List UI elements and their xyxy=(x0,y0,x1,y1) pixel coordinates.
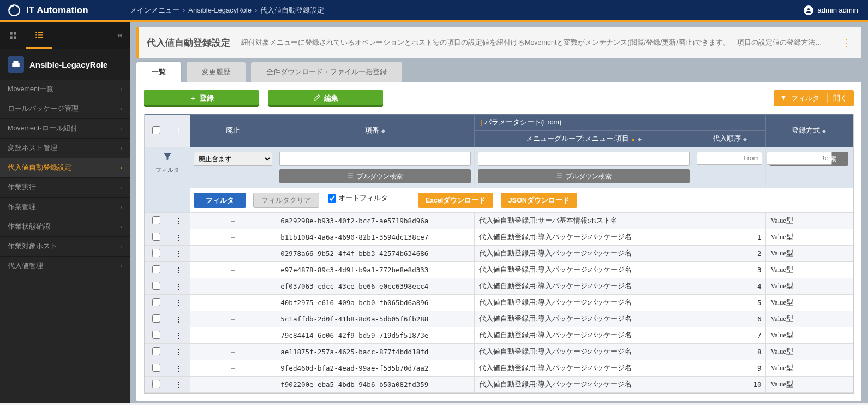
funnel-icon xyxy=(148,152,187,164)
user-menu[interactable]: admin admin xyxy=(804,5,868,15)
movement-cell: パッケージ管理 xyxy=(852,311,854,327)
seq-cell: b11b1084-4a6a-4690-82b1-3594dc138ce7 xyxy=(276,229,475,246)
row-kebab-icon[interactable]: ⋮ xyxy=(167,262,190,278)
row-kebab-icon[interactable]: ⋮ xyxy=(167,360,190,377)
header-kebab-icon[interactable]: ⋮ xyxy=(175,127,182,135)
tab[interactable]: 一覧 xyxy=(136,62,181,82)
regtype-cell: Value型 xyxy=(766,360,852,377)
chevron-right-icon: › xyxy=(121,184,122,190)
row-kebab-icon[interactable]: ⋮ xyxy=(167,213,190,229)
side-view-grid[interactable] xyxy=(0,22,26,49)
col-regtype[interactable]: 登録方式◆ xyxy=(766,115,852,147)
row-checkbox[interactable] xyxy=(152,347,160,355)
svg-rect-4 xyxy=(10,36,13,39)
regtype-cell: Value型 xyxy=(766,295,852,311)
side-view-list[interactable] xyxy=(26,22,52,49)
col-sub-order[interactable]: 代入順序◆ xyxy=(693,131,766,147)
menu-cell: 代入値自動登録用:導入パッケージ:パッケージ名 xyxy=(475,246,693,262)
filter-clear-button[interactable]: フィルタクリア xyxy=(253,193,319,208)
row-checkbox[interactable] xyxy=(152,298,160,306)
movement-cell: パッケージ管理 xyxy=(852,262,854,278)
seq-cell: 9fed460d-bfa2-4ead-99ae-f535b70d7aa2 xyxy=(276,360,475,377)
discard-cell: ― xyxy=(190,344,276,360)
discard-cell: ― xyxy=(190,360,276,377)
col-discard[interactable]: 廃止 xyxy=(190,115,276,147)
row-checkbox[interactable] xyxy=(152,331,160,339)
menu-pulldown-button[interactable]: ☰プルダウン検索 xyxy=(478,169,690,183)
auto-filter-checkbox[interactable] xyxy=(328,194,336,202)
discard-filter-select[interactable]: 廃止含まず xyxy=(194,152,273,166)
sidebar-item[interactable]: Movement-ロール紐付› xyxy=(0,119,130,139)
register-button[interactable]: ＋ 登録 xyxy=(144,90,259,107)
row-checkbox[interactable] xyxy=(152,265,160,273)
discard-cell: ― xyxy=(190,278,276,295)
row-kebab-icon[interactable]: ⋮ xyxy=(167,344,190,360)
chevron-right-icon: › xyxy=(121,243,122,249)
row-kebab-icon[interactable]: ⋮ xyxy=(167,229,190,246)
table-row: ⋮―40bf2975-c616-409a-bcb0-fb065bd6a896代入… xyxy=(145,295,854,311)
row-checkbox[interactable] xyxy=(152,364,160,372)
sidebar-item[interactable]: 作業状態確認› xyxy=(0,217,130,237)
row-kebab-icon[interactable]: ⋮ xyxy=(167,278,190,295)
svg-rect-10 xyxy=(35,37,37,38)
chevron-right-icon: › xyxy=(121,126,122,132)
svg-rect-7 xyxy=(38,32,43,33)
discard-cell: ― xyxy=(190,213,276,229)
order-cell: 5 xyxy=(693,295,766,311)
row-checkbox[interactable] xyxy=(152,282,160,290)
breadcrumb-item[interactable]: Ansible-LegacyRole xyxy=(188,6,252,14)
filter-toggle-button[interactable]: フィルタ 開く xyxy=(774,90,854,106)
row-kebab-icon[interactable]: ⋮ xyxy=(167,246,190,262)
tab[interactable]: 全件ダウンロード・ファイル一括登録 xyxy=(251,62,402,82)
menu-cell: 代入値自動登録用:導入パッケージ:パッケージ名 xyxy=(475,377,693,393)
chevron-right-icon: › xyxy=(121,224,122,230)
auto-filter-toggle[interactable]: オートフィルタ xyxy=(328,194,388,203)
row-checkbox[interactable] xyxy=(152,233,160,241)
row-kebab-icon[interactable]: ⋮ xyxy=(167,295,190,311)
order-from-input[interactable] xyxy=(697,152,763,165)
order-cell: 9 xyxy=(693,360,766,377)
table-row: ⋮―f902200e-eba5-4bdb-94b6-b50a082fd359代入… xyxy=(145,377,854,393)
page-kebab-icon[interactable]: ⋮ xyxy=(840,37,854,49)
seq-pulldown-button[interactable]: ☰プルダウン検索 xyxy=(279,169,471,183)
breadcrumb-item[interactable]: メインメニュー xyxy=(130,5,179,15)
order-cell: 10 xyxy=(693,377,766,393)
edit-button[interactable]: 編集 xyxy=(268,90,383,107)
row-checkbox[interactable] xyxy=(152,314,160,323)
row-kebab-icon[interactable]: ⋮ xyxy=(167,327,190,344)
discard-cell: ― xyxy=(190,377,276,393)
movement-cell: パッケージ管理 xyxy=(852,278,854,295)
movement-cell: パッケージ管理 xyxy=(852,229,854,246)
chevron-right-icon: › xyxy=(121,165,122,171)
row-checkbox[interactable] xyxy=(152,216,160,224)
menu-cell: 代入値自動登録用:導入パッケージ:パッケージ名 xyxy=(475,327,693,344)
select-all-checkbox[interactable] xyxy=(152,126,160,134)
json-download-button[interactable]: JSONダウンロード xyxy=(501,193,577,208)
sidebar-item[interactable]: 代入値管理› xyxy=(0,257,130,276)
col-movement[interactable]: Movement名◆ xyxy=(852,115,854,147)
sidebar-item[interactable]: 作業対象ホスト› xyxy=(0,237,130,257)
row-checkbox[interactable] xyxy=(152,249,160,257)
seq-filter-input[interactable] xyxy=(279,152,471,166)
sidebar-item[interactable]: Movement一覧› xyxy=(0,80,130,99)
filter-button[interactable]: フィルタ xyxy=(194,193,246,208)
movement-cell: パッケージ管理 xyxy=(852,377,854,393)
sidebar-item[interactable]: 作業管理› xyxy=(0,198,130,217)
tab[interactable]: 変更履歴 xyxy=(187,62,246,82)
excel-download-button[interactable]: Excelダウンロード xyxy=(418,193,494,208)
discard-cell: ― xyxy=(190,229,276,246)
sidebar-collapse[interactable] xyxy=(108,32,130,39)
sidebar-item[interactable]: 代入値自動登録設定› xyxy=(0,158,130,178)
sidebar-item[interactable]: ロールパッケージ管理› xyxy=(0,99,130,119)
regtype-cell: Value型 xyxy=(766,278,852,295)
table-row: ⋮―e97e4878-89c3-4d9f-b9a1-772be8e8d333代入… xyxy=(145,262,854,278)
sidebar-item[interactable]: 変数ネスト管理› xyxy=(0,139,130,158)
sidebar-item[interactable]: 作業実行› xyxy=(0,178,130,198)
row-kebab-icon[interactable]: ⋮ xyxy=(167,377,190,393)
col-seq[interactable]: 項番◆ xyxy=(276,115,475,147)
menu-filter-input[interactable] xyxy=(478,152,690,166)
row-checkbox[interactable] xyxy=(152,380,160,388)
row-kebab-icon[interactable]: ⋮ xyxy=(167,311,190,327)
regtype-cell: Value型 xyxy=(766,246,852,262)
col-menu-item[interactable]: メニューグループ:メニュー:項目 ▲◆ xyxy=(475,131,693,147)
